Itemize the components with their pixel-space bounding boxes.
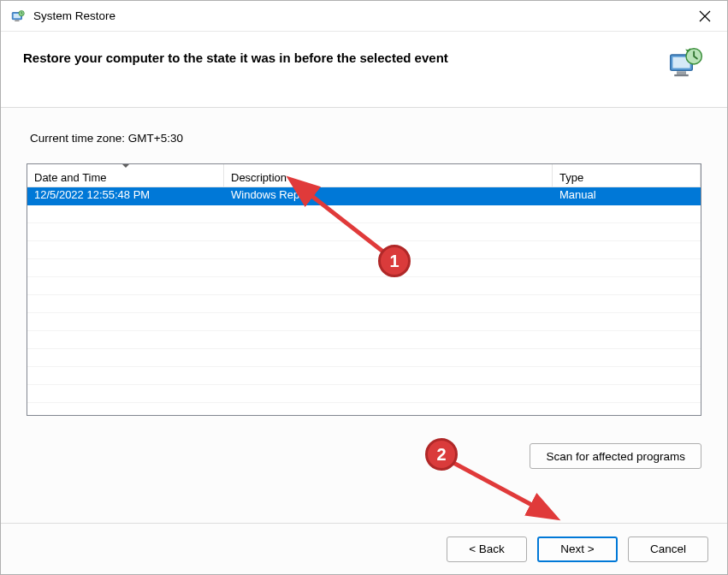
- content-area: Current time zone: GMT+5:30 Date and Tim…: [1, 108, 727, 523]
- page-heading: Restore your computer to the state it wa…: [23, 50, 660, 65]
- sort-indicator-icon: [121, 163, 130, 168]
- col-type-label: Type: [559, 171, 583, 184]
- table-body: 12/5/2022 12:55:48 PM Windows Report Man…: [27, 187, 701, 415]
- table-row: [27, 385, 701, 403]
- col-date-time-label: Date and Time: [34, 171, 107, 184]
- timezone-label: Current time zone: GMT+5:30: [30, 132, 705, 145]
- table-row[interactable]: 12/5/2022 12:55:48 PM Windows Report Man…: [27, 187, 701, 205]
- titlebar: System Restore: [1, 1, 727, 32]
- wizard-header: Restore your computer to the state it wa…: [1, 32, 727, 108]
- cell-description: Windows Report: [224, 187, 553, 205]
- table-row: [27, 313, 701, 331]
- back-button[interactable]: < Back: [447, 536, 527, 562]
- col-type[interactable]: Type: [553, 164, 701, 187]
- cell-date-time: 12/5/2022 12:55:48 PM: [27, 187, 224, 205]
- table-row: [27, 349, 701, 367]
- col-description-label: Description: [231, 171, 287, 184]
- col-date-time[interactable]: Date and Time: [27, 164, 224, 187]
- next-button[interactable]: Next >: [537, 536, 618, 562]
- system-restore-window: System Restore Restore your computer to …: [0, 0, 728, 575]
- table-row: [27, 259, 701, 277]
- scan-affected-button[interactable]: Scan for affected programs: [530, 443, 701, 469]
- scan-button-row: Scan for affected programs: [23, 443, 701, 469]
- table-row: [27, 205, 701, 223]
- table-row: [27, 367, 701, 385]
- window-title: System Restore: [33, 9, 686, 22]
- table-row: [27, 223, 701, 241]
- app-icon: [9, 8, 27, 25]
- svg-rect-7: [674, 74, 689, 76]
- svg-rect-2: [15, 20, 19, 21]
- table-row: [27, 331, 701, 349]
- restore-points-list[interactable]: Date and Time Description Type 12/5/2022…: [27, 163, 701, 416]
- svg-rect-6: [677, 71, 686, 74]
- restore-icon: [667, 45, 705, 83]
- table-row: [27, 277, 701, 295]
- table-row: [27, 241, 701, 259]
- close-button[interactable]: [686, 3, 724, 30]
- wizard-footer: < Back Next > Cancel: [1, 523, 727, 574]
- cell-type: Manual: [553, 187, 701, 205]
- col-description[interactable]: Description: [224, 164, 553, 187]
- column-headers: Date and Time Description Type: [27, 164, 701, 187]
- table-row: [27, 295, 701, 313]
- cancel-button[interactable]: Cancel: [628, 536, 708, 562]
